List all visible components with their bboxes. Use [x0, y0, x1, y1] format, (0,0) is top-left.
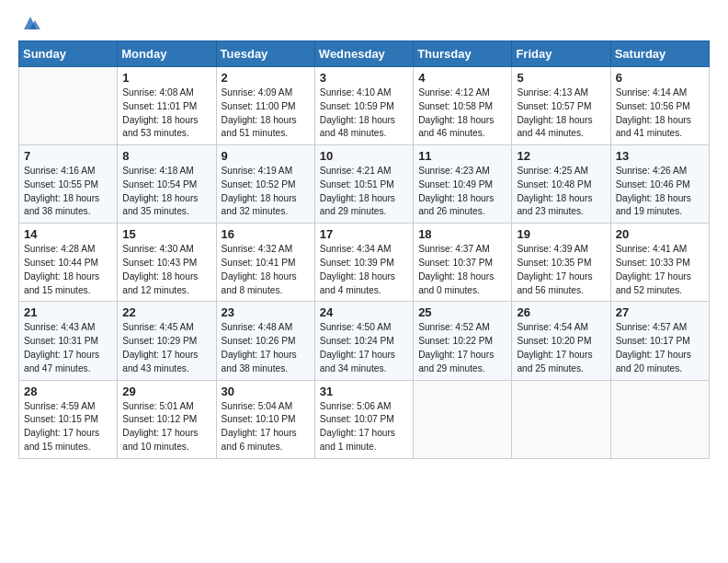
day-number: 23	[222, 305, 310, 319]
cell-content: Sunrise: 4:28 AM Sunset: 10:44 PM Daylig…	[24, 243, 112, 297]
day-number: 30	[222, 385, 310, 398]
day-number: 13	[616, 149, 704, 163]
calendar-cell: 4Sunrise: 4:12 AM Sunset: 10:58 PM Dayli…	[414, 67, 512, 145]
logo-icon	[20, 13, 40, 33]
day-number: 21	[24, 305, 112, 319]
day-number: 14	[24, 227, 112, 241]
cell-content: Sunrise: 4:48 AM Sunset: 10:26 PM Daylig…	[222, 321, 310, 375]
cell-content: Sunrise: 4:41 AM Sunset: 10:33 PM Daylig…	[616, 243, 704, 297]
calendar-cell: 22Sunrise: 4:45 AM Sunset: 10:29 PM Dayl…	[118, 302, 216, 380]
cell-content: Sunrise: 4:30 AM Sunset: 10:43 PM Daylig…	[122, 243, 210, 297]
calendar-week-row: 7Sunrise: 4:16 AM Sunset: 10:55 PM Dayli…	[19, 145, 710, 224]
cell-content: Sunrise: 4:12 AM Sunset: 10:58 PM Daylig…	[418, 86, 506, 141]
logo	[18, 15, 40, 35]
calendar-week-row: 28Sunrise: 4:59 AM Sunset: 10:15 PM Dayl…	[19, 380, 710, 458]
col-header-friday: Friday	[512, 41, 610, 67]
day-number: 24	[320, 305, 408, 319]
col-header-thursday: Thursday	[414, 41, 512, 67]
day-number: 1	[122, 71, 210, 85]
calendar-cell: 2Sunrise: 4:09 AM Sunset: 11:00 PM Dayli…	[216, 67, 314, 145]
cell-content: Sunrise: 4:26 AM Sunset: 10:46 PM Daylig…	[616, 165, 704, 219]
calendar-cell: 29Sunrise: 5:01 AM Sunset: 10:12 PM Dayl…	[118, 380, 216, 458]
day-number: 18	[418, 227, 506, 241]
cell-content: Sunrise: 4:37 AM Sunset: 10:37 PM Daylig…	[418, 243, 506, 297]
calendar-cell: 21Sunrise: 4:43 AM Sunset: 10:31 PM Dayl…	[19, 302, 118, 380]
col-header-monday: Monday	[118, 41, 216, 67]
calendar-cell: 8Sunrise: 4:18 AM Sunset: 10:54 PM Dayli…	[118, 145, 216, 224]
cell-content: Sunrise: 4:57 AM Sunset: 10:17 PM Daylig…	[616, 321, 704, 375]
cell-content: Sunrise: 4:59 AM Sunset: 10:15 PM Daylig…	[24, 400, 112, 454]
col-header-sunday: Sunday	[19, 41, 118, 67]
cell-content: Sunrise: 4:25 AM Sunset: 10:48 PM Daylig…	[517, 165, 605, 219]
calendar-cell: 30Sunrise: 5:04 AM Sunset: 10:10 PM Dayl…	[216, 380, 314, 458]
day-number: 31	[320, 385, 408, 398]
cell-content: Sunrise: 4:14 AM Sunset: 10:56 PM Daylig…	[616, 86, 704, 141]
cell-content: Sunrise: 4:32 AM Sunset: 10:41 PM Daylig…	[222, 243, 310, 297]
calendar-cell: 3Sunrise: 4:10 AM Sunset: 10:59 PM Dayli…	[314, 67, 413, 145]
day-number: 10	[320, 149, 408, 163]
calendar-cell	[512, 380, 610, 458]
cell-content: Sunrise: 4:34 AM Sunset: 10:39 PM Daylig…	[320, 243, 408, 297]
day-number: 20	[616, 227, 704, 241]
calendar-cell	[414, 380, 512, 458]
cell-content: Sunrise: 4:43 AM Sunset: 10:31 PM Daylig…	[24, 321, 112, 375]
calendar-cell: 11Sunrise: 4:23 AM Sunset: 10:49 PM Dayl…	[414, 145, 512, 224]
calendar-cell: 5Sunrise: 4:13 AM Sunset: 10:57 PM Dayli…	[512, 67, 610, 145]
calendar-header-row: SundayMondayTuesdayWednesdayThursdayFrid…	[19, 41, 710, 67]
day-number: 7	[24, 149, 112, 163]
day-number: 11	[418, 149, 506, 163]
cell-content: Sunrise: 4:09 AM Sunset: 11:00 PM Daylig…	[222, 86, 310, 141]
cell-content: Sunrise: 4:45 AM Sunset: 10:29 PM Daylig…	[122, 321, 210, 375]
calendar-cell: 20Sunrise: 4:41 AM Sunset: 10:33 PM Dayl…	[610, 224, 709, 302]
day-number: 25	[418, 305, 506, 319]
day-number: 17	[320, 227, 408, 241]
day-number: 26	[517, 305, 605, 319]
cell-content: Sunrise: 5:01 AM Sunset: 10:12 PM Daylig…	[122, 400, 210, 454]
col-header-tuesday: Tuesday	[216, 41, 314, 67]
cell-content: Sunrise: 5:06 AM Sunset: 10:07 PM Daylig…	[320, 400, 408, 454]
day-number: 12	[517, 149, 605, 163]
cell-content: Sunrise: 4:08 AM Sunset: 11:01 PM Daylig…	[122, 86, 210, 141]
cell-content: Sunrise: 4:52 AM Sunset: 10:22 PM Daylig…	[418, 321, 506, 375]
page: SundayMondayTuesdayWednesdayThursdayFrid…	[0, 0, 728, 477]
calendar-cell: 16Sunrise: 4:32 AM Sunset: 10:41 PM Dayl…	[216, 224, 314, 302]
cell-content: Sunrise: 4:13 AM Sunset: 10:57 PM Daylig…	[517, 86, 605, 141]
header	[18, 15, 710, 35]
calendar-week-row: 1Sunrise: 4:08 AM Sunset: 11:01 PM Dayli…	[19, 67, 710, 145]
calendar-cell: 25Sunrise: 4:52 AM Sunset: 10:22 PM Dayl…	[414, 302, 512, 380]
calendar-week-row: 14Sunrise: 4:28 AM Sunset: 10:44 PM Dayl…	[19, 224, 710, 302]
calendar-cell: 7Sunrise: 4:16 AM Sunset: 10:55 PM Dayli…	[19, 145, 118, 224]
calendar-cell: 14Sunrise: 4:28 AM Sunset: 10:44 PM Dayl…	[19, 224, 118, 302]
calendar-cell	[610, 380, 709, 458]
day-number: 8	[122, 149, 210, 163]
calendar-cell: 27Sunrise: 4:57 AM Sunset: 10:17 PM Dayl…	[610, 302, 709, 380]
col-header-wednesday: Wednesday	[314, 41, 413, 67]
calendar-cell: 17Sunrise: 4:34 AM Sunset: 10:39 PM Dayl…	[314, 224, 413, 302]
cell-content: Sunrise: 4:54 AM Sunset: 10:20 PM Daylig…	[517, 321, 605, 375]
cell-content: Sunrise: 4:50 AM Sunset: 10:24 PM Daylig…	[320, 321, 408, 375]
calendar-cell: 6Sunrise: 4:14 AM Sunset: 10:56 PM Dayli…	[610, 67, 709, 145]
calendar-cell: 24Sunrise: 4:50 AM Sunset: 10:24 PM Dayl…	[314, 302, 413, 380]
calendar-cell: 31Sunrise: 5:06 AM Sunset: 10:07 PM Dayl…	[314, 380, 413, 458]
calendar-cell: 18Sunrise: 4:37 AM Sunset: 10:37 PM Dayl…	[414, 224, 512, 302]
cell-content: Sunrise: 4:10 AM Sunset: 10:59 PM Daylig…	[320, 86, 408, 141]
calendar-cell: 15Sunrise: 4:30 AM Sunset: 10:43 PM Dayl…	[118, 224, 216, 302]
day-number: 4	[418, 71, 506, 85]
day-number: 19	[517, 227, 605, 241]
day-number: 27	[616, 305, 704, 319]
day-number: 9	[222, 149, 310, 163]
day-number: 3	[320, 71, 408, 85]
calendar-week-row: 21Sunrise: 4:43 AM Sunset: 10:31 PM Dayl…	[19, 302, 710, 380]
calendar-cell: 9Sunrise: 4:19 AM Sunset: 10:52 PM Dayli…	[216, 145, 314, 224]
day-number: 15	[122, 227, 210, 241]
col-header-saturday: Saturday	[610, 41, 709, 67]
cell-content: Sunrise: 5:04 AM Sunset: 10:10 PM Daylig…	[222, 400, 310, 454]
cell-content: Sunrise: 4:39 AM Sunset: 10:35 PM Daylig…	[517, 243, 605, 297]
day-number: 16	[222, 227, 310, 241]
day-number: 5	[517, 71, 605, 85]
day-number: 28	[24, 385, 112, 398]
cell-content: Sunrise: 4:23 AM Sunset: 10:49 PM Daylig…	[418, 165, 506, 219]
cell-content: Sunrise: 4:21 AM Sunset: 10:51 PM Daylig…	[320, 165, 408, 219]
cell-content: Sunrise: 4:18 AM Sunset: 10:54 PM Daylig…	[122, 165, 210, 219]
calendar-cell: 19Sunrise: 4:39 AM Sunset: 10:35 PM Dayl…	[512, 224, 610, 302]
